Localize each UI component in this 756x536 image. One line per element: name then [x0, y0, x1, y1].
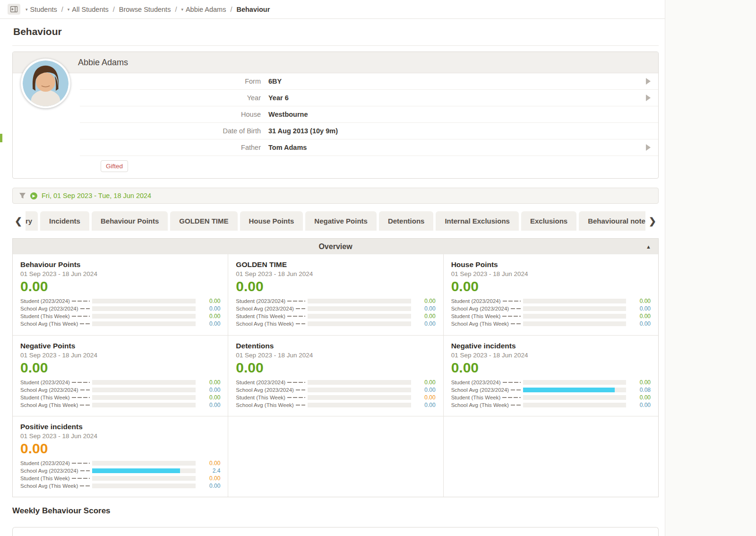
card-stat-row: Student (2023/2024)0.00	[20, 459, 220, 467]
breadcrumb-separator: /	[230, 6, 232, 13]
card-stat-row: Student (2023/2024)0.00	[20, 379, 220, 386]
stat-leader-line	[511, 405, 521, 406]
overview-header[interactable]: Overview ▲	[13, 239, 658, 254]
stat-label: School Avg (This Week)	[236, 321, 293, 327]
breadcrumb-item-behaviour[interactable]: Behaviour	[236, 6, 270, 13]
tab-partial[interactable]: ry	[26, 211, 38, 231]
tabs-scroll-left-icon[interactable]: ❮	[11, 213, 26, 229]
card-stat-row: Student (2023/2024)0.00	[451, 379, 651, 386]
breadcrumb-item-label: All Students	[72, 6, 108, 13]
page: ▾Students/▾All Students/Browse Students/…	[0, 0, 756, 536]
student-photo	[23, 61, 69, 106]
stat-value: 0.00	[631, 305, 651, 312]
chevron-right-icon[interactable]	[646, 95, 651, 101]
student-field-row-father[interactable]: FatherTom Adams	[80, 139, 658, 156]
stat-leader-line	[511, 389, 520, 390]
stat-label: School Avg (2023/2024)	[451, 306, 509, 311]
student-field-row-year[interactable]: YearYear 6	[80, 90, 658, 106]
stat-label-area: Student (This Week)	[20, 475, 92, 481]
stat-bar-track	[308, 306, 411, 311]
stat-bar-track	[92, 461, 196, 466]
card-stat-row: School Avg (2023/2024)0.08	[451, 386, 651, 394]
stat-leader-line	[72, 316, 90, 317]
stat-label: Student (2023/2024)	[20, 298, 70, 304]
stat-label: Student (2023/2024)	[451, 298, 501, 304]
tab-negative-points[interactable]: Negative Points	[305, 211, 377, 231]
tab-behaviour-points[interactable]: Behaviour Points	[92, 211, 168, 231]
breadcrumb-separator: /	[61, 6, 63, 13]
stat-leader-line	[80, 470, 90, 471]
stat-label: School Avg (2023/2024)	[236, 387, 294, 393]
stat-value: 0.00	[200, 402, 220, 408]
stat-label-area: School Avg (This Week)	[20, 483, 92, 489]
card-stat-row: Student (This Week)0.00	[20, 475, 220, 482]
student-avatar[interactable]	[21, 59, 70, 108]
tab-behavioural-notes[interactable]: Behavioural notes	[579, 211, 645, 231]
card-stat-row: Student (This Week)0.00	[20, 312, 220, 320]
stat-label-area: Student (This Week)	[20, 313, 92, 319]
stat-leader-line	[296, 405, 306, 406]
stat-label: School Avg (2023/2024)	[20, 306, 78, 311]
sidebar-collapse-button[interactable]	[8, 4, 20, 15]
breadcrumb-item-abbie-adams[interactable]: ▾Abbie Adams	[181, 6, 226, 13]
tab-internal-exclusions[interactable]: Internal Exclusions	[436, 211, 519, 231]
tab-exclusions[interactable]: Exclusions	[521, 211, 576, 231]
stat-value: 0.00	[200, 387, 220, 393]
breadcrumb-item-label: Abbie Adams	[186, 6, 226, 13]
stat-bar-track	[308, 388, 411, 392]
stat-label: Student (This Week)	[20, 475, 70, 481]
field-label: Father	[80, 144, 261, 151]
stat-bar-track	[523, 380, 626, 385]
stat-bar-track	[92, 395, 196, 400]
breadcrumb-item-browse-students[interactable]: Browse Students	[119, 6, 171, 13]
stat-bar-track	[308, 403, 411, 407]
tabs-scroll-right-icon[interactable]: ❯	[645, 213, 660, 229]
card-big-value: 0.00	[20, 441, 220, 456]
card-stat-row: Student (2023/2024)0.00	[20, 297, 220, 305]
stat-leader-line	[72, 397, 90, 398]
filter-funnel-icon	[19, 192, 26, 199]
tab-incidents[interactable]: Incidents	[40, 211, 89, 231]
card-negative-points: Negative Points01 Sep 2023 - 18 Jun 2024…	[13, 336, 228, 414]
stat-value: 0.00	[631, 298, 651, 304]
chevron-right-icon[interactable]	[646, 78, 651, 85]
stat-value: 0.00	[416, 387, 436, 393]
stat-leader-line	[296, 308, 305, 309]
collapse-caret-icon[interactable]: ▲	[646, 244, 651, 250]
stat-value: 0.00	[416, 313, 436, 320]
tab-detentions[interactable]: Detentions	[379, 211, 434, 231]
stat-label: School Avg (2023/2024)	[20, 387, 78, 393]
weekly-scores-panel	[12, 527, 659, 536]
student-tags: Gifted	[13, 156, 658, 178]
overview-empty-cell	[228, 416, 443, 497]
card-stat-row: Student (This Week)0.00	[236, 312, 435, 320]
stat-label: School Avg (This Week)	[451, 402, 509, 408]
card-stat-row: School Avg (2023/2024)0.00	[236, 305, 435, 312]
stat-bar-track	[92, 403, 196, 407]
stat-label-area: Student (This Week)	[20, 395, 92, 400]
stat-value: 0.00	[631, 320, 651, 327]
stat-label-area: School Avg (This Week)	[451, 402, 523, 408]
stat-value: 0.00	[200, 483, 220, 489]
date-filter-bar[interactable]: ▶ Fri, 01 Sep 2023 - Tue, 18 Jun 2024	[12, 188, 659, 204]
stat-leader-line	[511, 323, 521, 324]
stat-label-area: School Avg (2023/2024)	[20, 468, 92, 474]
card-title: Behaviour Points	[20, 260, 220, 269]
stat-value: 0.00	[200, 475, 220, 482]
breadcrumb-item-all-students[interactable]: ▾All Students	[68, 6, 109, 13]
stat-label-area: Student (2023/2024)	[20, 460, 92, 466]
overview-card-cell: Negative incidents01 Sep 2023 - 18 Jun 2…	[443, 335, 658, 416]
breadcrumb-caret-icon: ▾	[68, 7, 70, 12]
tab-house-points[interactable]: House Points	[240, 211, 303, 231]
stat-bar-track	[523, 403, 626, 407]
student-field-row-form[interactable]: Form6BY	[80, 73, 658, 90]
tab-golden-time[interactable]: GOLDEN TIME	[170, 211, 237, 231]
overview-panel: Overview ▲ Behaviour Points01 Sep 2023 -…	[12, 238, 659, 497]
overview-cards-grid: Behaviour Points01 Sep 2023 - 18 Jun 202…	[13, 254, 658, 497]
chevron-right-icon[interactable]	[646, 144, 651, 151]
stat-value: 0.00	[631, 313, 651, 320]
stat-label-area: Student (2023/2024)	[451, 380, 523, 385]
stat-bar-track	[92, 314, 196, 319]
breadcrumb-item-students[interactable]: ▾Students	[26, 6, 57, 13]
card-negative-incidents: Negative incidents01 Sep 2023 - 18 Jun 2…	[444, 336, 658, 414]
